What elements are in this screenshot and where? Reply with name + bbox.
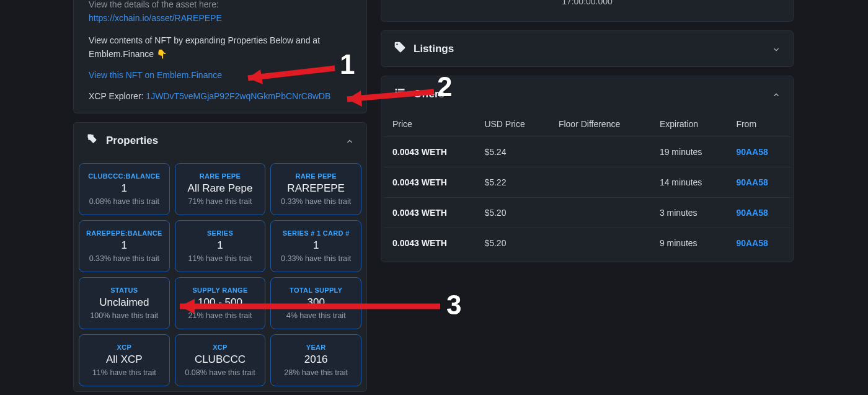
- trait-card[interactable]: XCPCLUBCCC0.08% have this trait: [175, 334, 266, 386]
- trait-label: XCP: [117, 344, 132, 351]
- offers-table: Price USD Price Floor Difference Expirat…: [384, 112, 790, 258]
- col-from: From: [727, 112, 790, 137]
- chevron-down-icon: [772, 45, 781, 53]
- trait-card[interactable]: STATUSUnclaimed100% have this trait: [79, 277, 170, 329]
- trait-value: All Rare Pepe: [188, 182, 253, 195]
- offer-from-link[interactable]: 90AA58: [736, 147, 768, 157]
- offer-from-link[interactable]: 90AA58: [736, 238, 768, 248]
- listings-panel: Listings: [381, 30, 794, 67]
- offer-price: 0.0043 WETH: [384, 228, 476, 259]
- trait-value: RAREPEPE: [287, 182, 345, 195]
- sale-countdown-panel: 17:00:00.000: [381, 0, 794, 22]
- trait-label: SERIES: [207, 229, 233, 237]
- trait-card[interactable]: SERIES # 1 CARD #10.33% have this trait: [270, 220, 361, 272]
- offer-usd-price: $5.20: [476, 228, 550, 259]
- trait-frequency: 0.08% have this trait: [89, 197, 159, 206]
- offer-row: 0.0043 WETH$5.203 minutes90AA58: [384, 198, 790, 228]
- description-cutoff-line: View the details of the asset here:: [89, 0, 352, 11]
- trait-card[interactable]: RARE PEPERAREPEPE0.33% have this trait: [270, 163, 361, 215]
- chevron-up-icon: [772, 90, 781, 99]
- trait-frequency: 0.33% have this trait: [281, 254, 351, 263]
- offer-row: 0.0043 WETH$5.209 minutes90AA58: [384, 228, 790, 259]
- trait-card[interactable]: RAREPEPE:BALANCE10.33% have this trait: [79, 220, 170, 272]
- trait-label: XCP: [213, 344, 228, 351]
- offer-expiration: 9 minutes: [651, 228, 728, 259]
- offer-from-link[interactable]: 90AA58: [736, 177, 768, 187]
- xcp-explorer-label: XCP Explorer:: [89, 91, 146, 101]
- svg-marker-9: [347, 91, 362, 107]
- trait-card[interactable]: SERIES111% have this trait: [175, 220, 266, 272]
- offer-price: 0.0043 WETH: [384, 137, 476, 167]
- offer-row: 0.0043 WETH$5.2214 minutes90AA58: [384, 167, 790, 198]
- offer-floor-difference: [550, 167, 651, 198]
- offer-expiration: 14 minutes: [651, 167, 728, 198]
- trait-label: YEAR: [306, 344, 326, 351]
- offer-price: 0.0043 WETH: [384, 167, 476, 198]
- col-price: Price: [384, 112, 476, 137]
- trait-card[interactable]: RARE PEPEAll Rare Pepe71% have this trai…: [175, 163, 266, 215]
- trait-label: SUPPLY RANGE: [192, 286, 247, 294]
- properties-header[interactable]: Properties: [74, 123, 366, 158]
- sale-countdown-time: 17:00:00.000: [381, 0, 793, 21]
- offer-row: 0.0043 WETH$5.2419 minutes90AA58: [384, 137, 790, 167]
- trait-label: RARE PEPE: [200, 172, 241, 180]
- xcp-explorer-address-link[interactable]: 1JWDvT5veMGjaP92F2wqNGkmPbCNrC8wDB: [146, 91, 330, 101]
- offer-floor-difference: [550, 228, 651, 259]
- offer-floor-difference: [550, 198, 651, 228]
- annotation-arrow-3: [161, 294, 446, 319]
- col-floor-difference: Floor Difference: [550, 112, 651, 137]
- offer-floor-difference: [550, 137, 651, 167]
- listings-title: Listings: [414, 43, 454, 55]
- trait-value: Unclaimed: [99, 296, 149, 309]
- properties-grid: CLUBCCC:BALANCE10.08% have this traitRAR…: [74, 158, 366, 391]
- properties-title: Properties: [106, 135, 158, 147]
- offer-expiration: 19 minutes: [651, 137, 728, 167]
- trait-value: 1: [122, 239, 127, 252]
- offer-price: 0.0043 WETH: [384, 198, 476, 228]
- offer-usd-price: $5.22: [476, 167, 550, 198]
- trait-frequency: 11% have this trait: [188, 254, 252, 263]
- asset-link[interactable]: https://xchain.io/asset/RAREPEPE: [89, 13, 222, 23]
- trait-frequency: 100% have this trait: [90, 311, 158, 320]
- tag-icon: [86, 133, 99, 148]
- trait-frequency: 11% have this trait: [92, 368, 156, 377]
- price-tag-icon: [394, 41, 406, 56]
- trait-card[interactable]: XCPAll XCP11% have this trait: [79, 334, 170, 386]
- properties-panel: Properties CLUBCCC:BALANCE10.08% have th…: [73, 122, 367, 392]
- listings-header[interactable]: Listings: [381, 31, 793, 66]
- view-on-emblem-link[interactable]: View this NFT on Emblem.Finance: [89, 70, 222, 80]
- trait-label: RARE PEPE: [296, 172, 337, 180]
- col-usd-price: USD Price: [476, 112, 550, 137]
- trait-label: RAREPEPE:BALANCE: [86, 229, 162, 237]
- annotation-number-3: 3: [446, 291, 461, 319]
- trait-value: CLUBCCC: [195, 353, 246, 366]
- trait-label: STATUS: [110, 286, 138, 294]
- trait-value: 1: [217, 239, 223, 252]
- trait-frequency: 0.08% have this trait: [185, 368, 255, 377]
- trait-value: All XCP: [106, 353, 143, 366]
- trait-label: SERIES # 1 CARD #: [283, 229, 350, 237]
- annotation-number-1: 1: [340, 51, 355, 78]
- offer-usd-price: $5.24: [476, 137, 550, 167]
- trait-label: CLUBCCC:BALANCE: [88, 172, 160, 180]
- trait-frequency: 71% have this trait: [188, 197, 252, 206]
- offer-usd-price: $5.20: [476, 198, 550, 228]
- trait-frequency: 0.33% have this trait: [89, 254, 159, 263]
- offer-from-link[interactable]: 90AA58: [736, 208, 768, 218]
- trait-value: 1: [122, 182, 127, 195]
- svg-marker-11: [180, 299, 195, 314]
- annotation-arrow-2: [329, 82, 440, 113]
- annotation-arrow-1: [229, 57, 341, 88]
- trait-value: 1: [313, 239, 319, 252]
- svg-marker-7: [248, 69, 263, 84]
- offers-panel: Offers Price USD Price Floor Difference …: [381, 76, 794, 262]
- trait-value: 2016: [304, 353, 328, 366]
- chevron-up-icon: [345, 136, 354, 145]
- offer-expiration: 3 minutes: [651, 198, 728, 228]
- trait-card[interactable]: CLUBCCC:BALANCE10.08% have this trait: [79, 163, 170, 215]
- trait-frequency: 0.33% have this trait: [281, 197, 351, 206]
- trait-card[interactable]: YEAR201628% have this trait: [270, 334, 361, 386]
- trait-label: TOTAL SUPPLY: [290, 286, 342, 294]
- col-expiration: Expiration: [651, 112, 728, 137]
- trait-frequency: 28% have this trait: [284, 368, 348, 377]
